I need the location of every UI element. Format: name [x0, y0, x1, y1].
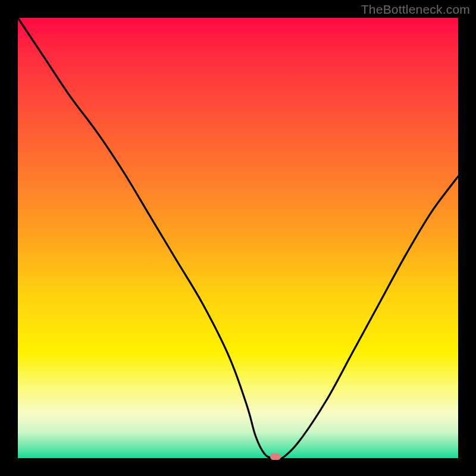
watermark-text: TheBottleneck.com [361, 2, 470, 17]
minimum-marker [270, 453, 281, 460]
bottleneck-curve [18, 18, 458, 458]
chart-frame: TheBottleneck.com [0, 0, 476, 476]
plot-area [18, 18, 458, 458]
